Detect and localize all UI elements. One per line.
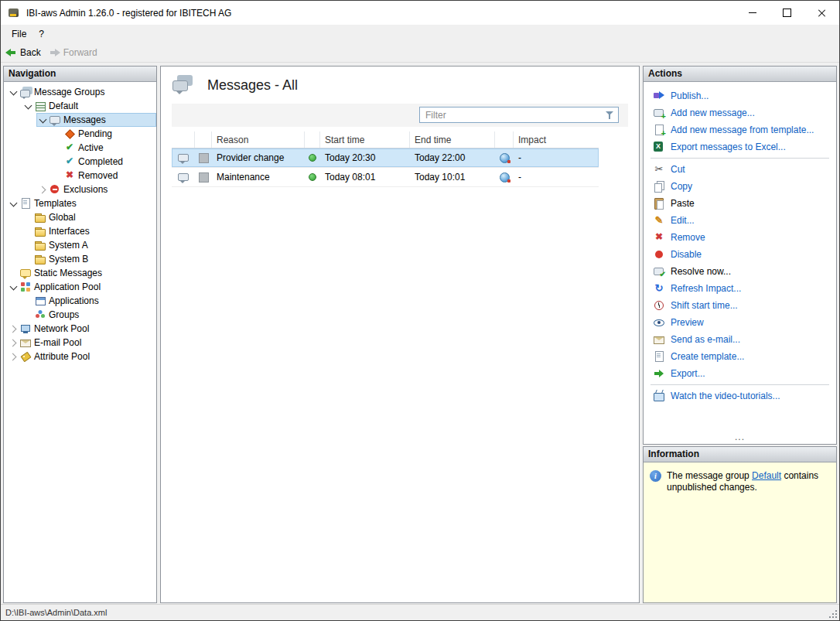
action-remove[interactable]: Remove <box>644 229 836 246</box>
table-row-maintenance[interactable]: MaintenanceToday 08:01Today 10:01- <box>172 168 599 187</box>
action-send-as-e-mail[interactable]: Send as e-mail... <box>644 331 836 348</box>
reason-cell: Maintenance <box>212 172 305 183</box>
tree-item-pending[interactable]: Pending <box>51 127 156 141</box>
action-export-messages-to-excel[interactable]: Export messages to Excel... <box>644 138 836 155</box>
chevron-collapsed-icon[interactable] <box>7 322 19 335</box>
column-header-empty <box>305 131 320 148</box>
chevron-expanded-icon[interactable] <box>7 197 19 210</box>
action-label: Watch the video-tutorials... <box>671 391 780 401</box>
tree-item-exclusions[interactable]: Exclusions <box>36 183 156 196</box>
impact-icon-cell <box>495 171 514 183</box>
preview-icon <box>653 316 665 329</box>
chevron-spacer <box>51 142 63 154</box>
message-groups-icon <box>19 86 32 98</box>
action-label: Paste <box>671 198 695 209</box>
tree-item-system-b[interactable]: System B <box>22 252 156 266</box>
filter-input[interactable] <box>420 107 605 122</box>
maximize-button[interactable] <box>770 1 804 25</box>
title-bar[interactable]: IBI-aws Admin 1.26.0 - registered for IB… <box>1 1 839 25</box>
tree-item-completed[interactable]: Completed <box>51 155 156 169</box>
message-icon-cell <box>172 171 195 183</box>
tree-item-system-a[interactable]: System A <box>22 238 156 252</box>
tree-item-attribute-pool[interactable]: Attribute Pool <box>7 350 156 363</box>
action-preview[interactable]: Preview <box>644 314 836 331</box>
table-row-provider-change[interactable]: Provider changeToday 20:30Today 22:00- <box>172 148 599 168</box>
action-watch-the-video-tutorials[interactable]: Watch the video-tutorials... <box>644 387 836 404</box>
column-header-reason[interactable]: Reason <box>212 131 305 148</box>
export-icon <box>653 367 665 380</box>
menu-help[interactable]: ? <box>32 27 50 41</box>
tree-item-label: E-mail Pool <box>34 337 81 348</box>
status-bar: D:\IBI-aws\Admin\Data.xml <box>1 604 839 620</box>
action-cut[interactable]: Cut <box>644 161 836 178</box>
action-edit[interactable]: Edit... <box>644 212 836 229</box>
chevron-expanded-icon[interactable] <box>22 100 34 112</box>
action-label: Export messages to Excel... <box>671 142 786 152</box>
tree-item-message-groups[interactable]: Message Groups <box>7 85 156 99</box>
chevron-expanded-icon[interactable] <box>36 114 49 126</box>
information-text: The message group Default contains unpub… <box>667 470 830 493</box>
back-button[interactable]: Back <box>5 47 41 58</box>
chevron-spacer <box>22 225 34 237</box>
chevron-expanded-icon[interactable] <box>7 86 19 98</box>
chevron-collapsed-icon[interactable] <box>36 183 49 196</box>
chevron-expanded-icon[interactable] <box>7 281 19 293</box>
folder-icon <box>34 211 46 223</box>
action-label: Send as e-mail... <box>671 334 740 345</box>
action-refresh-impact[interactable]: Refresh Impact... <box>644 280 836 297</box>
column-header-start-time[interactable]: Start time <box>320 131 410 148</box>
action-create-template[interactable]: Create template... <box>644 348 836 365</box>
action-copy[interactable]: Copy <box>644 178 836 195</box>
resolve-icon <box>653 265 665 278</box>
action-add-new-message-from-template[interactable]: Add new message from template... <box>644 121 836 138</box>
tree-item-global[interactable]: Global <box>22 210 156 224</box>
column-header-impact[interactable]: Impact <box>514 131 599 148</box>
tree-item-groups[interactable]: Groups <box>22 308 156 322</box>
minimize-button[interactable] <box>735 1 770 25</box>
tree-item-label: System B <box>49 254 88 264</box>
tree-item-interfaces[interactable]: Interfaces <box>22 224 156 238</box>
add-from-template-icon <box>653 124 665 136</box>
tree-item-default[interactable]: Default <box>22 99 156 113</box>
close-button[interactable] <box>804 1 839 25</box>
action-add-new-message[interactable]: Add new message... <box>644 104 836 121</box>
status-dot-cell <box>305 173 320 181</box>
menu-bar: File ? <box>1 25 839 43</box>
impact-icon-cell <box>495 152 514 164</box>
column-header-empty <box>172 131 195 148</box>
default-group-link[interactable]: Default <box>752 470 781 481</box>
resize-grip[interactable] <box>828 609 837 618</box>
tree-item-static-messages[interactable]: Static Messages <box>7 266 156 280</box>
tree-item-label: Network Pool <box>34 323 89 334</box>
chevron-spacer <box>22 295 34 307</box>
chevron-collapsed-icon[interactable] <box>7 350 19 363</box>
action-shift-start-time[interactable]: Shift start time... <box>644 297 836 314</box>
message-group-icon <box>34 100 46 112</box>
filter-strip <box>172 104 628 127</box>
action-label: Edit... <box>671 215 695 226</box>
action-publish[interactable]: Publish... <box>644 87 836 104</box>
column-header-end-time[interactable]: End time <box>410 131 495 148</box>
action-export[interactable]: Export... <box>644 365 836 382</box>
actions-overflow[interactable]: ... <box>644 432 836 442</box>
tree-item-templates[interactable]: Templates <box>7 196 156 210</box>
tree-item-applications[interactable]: Applications <box>22 294 156 308</box>
paste-icon <box>653 197 665 210</box>
tree-item-active[interactable]: Active <box>51 141 156 155</box>
tree-item-label: Default <box>49 101 78 111</box>
tree-item-label: Interfaces <box>49 226 90 237</box>
action-label: Remove <box>671 232 705 243</box>
filter-funnel-icon[interactable] <box>605 111 616 121</box>
action-disable[interactable]: Disable <box>644 246 836 263</box>
tree-item-removed[interactable]: Removed <box>51 169 156 183</box>
tree-item-e-mail-pool[interactable]: E-mail Pool <box>7 336 156 350</box>
action-label: Copy <box>671 181 692 192</box>
tree-item-application-pool[interactable]: Application Pool <box>7 280 156 294</box>
chevron-collapsed-icon[interactable] <box>7 336 19 349</box>
tree-item-messages[interactable]: Messages <box>36 113 156 127</box>
impact-globe-icon <box>498 152 510 164</box>
tree-item-network-pool[interactable]: Network Pool <box>7 322 156 336</box>
tree-item-label: Active <box>78 142 104 153</box>
refresh-impact-icon <box>653 282 665 295</box>
menu-file[interactable]: File <box>5 27 32 41</box>
